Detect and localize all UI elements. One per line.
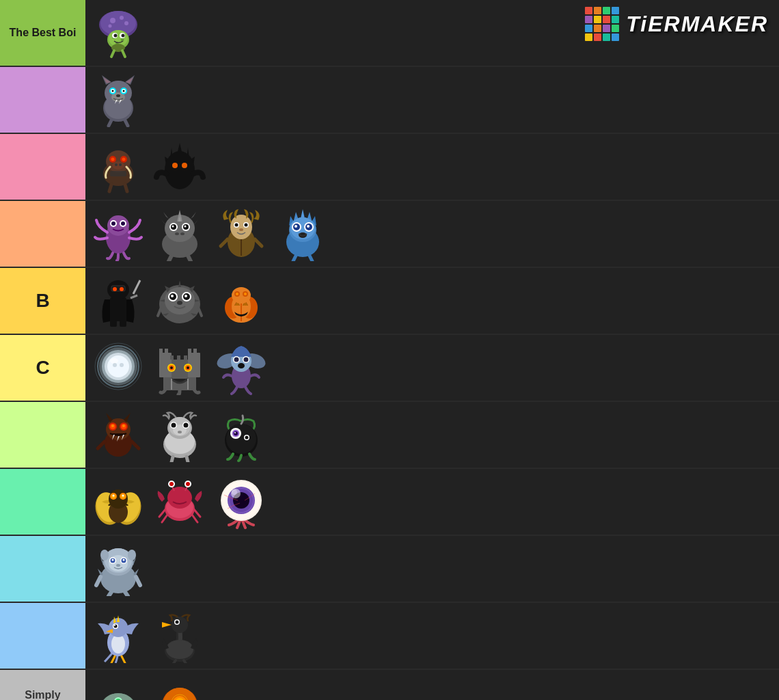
svg-line-197 [132,442,139,448]
tier-content-simply-rework [85,670,779,700]
svg-point-230 [122,495,124,497]
svg-line-196 [98,442,105,448]
svg-point-153 [120,363,124,367]
svg-line-36 [125,120,128,126]
svg-point-258 [100,550,109,561]
svg-rect-161 [188,349,191,354]
list-item [150,405,210,465]
tier-label-8 [0,469,85,535]
yeti-monster [91,541,146,596]
shadow-tree-monster [152,139,207,194]
svg-point-267 [116,564,120,567]
tier-label-b: B [0,268,85,334]
boar-monster [91,139,146,194]
svg-point-259 [128,550,136,561]
svg-rect-112 [110,320,117,327]
svg-point-142 [232,287,251,304]
svg-line-109 [131,295,137,298]
tier-label-best-boi: The Best Boi [0,0,85,66]
svg-point-218 [245,436,249,440]
svg-line-104 [310,256,312,261]
vine-monster [214,407,269,462]
tier-label-9 [0,536,85,602]
list-item [150,472,210,532]
tier-row-simply-rework: SimplyRework [0,670,779,700]
tiermaker-logo-grid [585,7,619,41]
orb-monster [91,340,146,395]
tiermaker-logo-text: TiERMAKER [626,12,768,37]
tier-label-7 [0,402,85,468]
svg-point-180 [234,358,239,362]
svg-rect-163 [170,355,174,360]
svg-line-270 [109,592,111,596]
list-item [88,472,148,532]
tier-row-8 [0,469,779,536]
list-item [150,137,210,197]
svg-line-268 [96,577,100,585]
svg-line-16 [111,51,114,57]
svg-point-84 [245,224,248,227]
svg-line-86 [221,239,228,246]
list-item [88,3,148,63]
svg-point-128 [184,295,187,297]
tier-row-9 [0,536,779,603]
svg-point-215 [234,431,238,435]
svg-line-208 [172,457,173,462]
svg-point-243 [186,482,190,486]
svg-point-129 [177,301,182,305]
svg-point-237 [167,487,192,509]
svg-point-266 [123,559,125,561]
svg-point-171 [187,366,189,369]
tier-row-10 [0,603,779,670]
tier-label-simply-rework: SimplyRework [0,670,85,700]
blue-spike-monster [275,206,330,261]
svg-point-100 [295,225,297,228]
wolf-zombie-monster [91,72,146,127]
svg-point-273 [111,634,125,654]
svg-line-76 [169,256,172,261]
svg-point-5 [109,25,112,28]
svg-marker-115 [178,280,181,287]
tier-content-9 [85,536,779,602]
eyeball-monster [214,474,269,529]
rhino-monster [152,206,207,261]
svg-point-45 [119,163,122,166]
svg-rect-164 [177,355,180,360]
svg-point-152 [113,363,117,367]
svg-point-72 [172,226,174,228]
tier-row-b: B [0,268,779,335]
svg-point-229 [113,495,115,497]
orange-orb-monster [152,675,207,700]
list-item [211,271,271,331]
list-item [211,405,271,465]
list-item [211,338,271,398]
svg-point-101 [307,225,310,228]
svg-point-31 [123,90,125,92]
svg-line-103 [293,256,296,261]
list-item [88,338,148,398]
bird-monster [91,608,146,663]
tier-row-7 [0,402,779,469]
svg-line-35 [109,120,111,126]
list-item [211,204,271,264]
svg-point-207 [178,431,182,433]
list-item [88,539,148,599]
svg-line-17 [122,51,125,57]
svg-point-13 [114,34,118,38]
tier-content-b [85,268,779,334]
castle-monster [152,340,207,395]
svg-point-265 [112,559,114,561]
svg-point-14 [122,34,125,38]
svg-point-44 [115,163,118,166]
tier-label-10 [0,603,85,669]
svg-line-290 [184,660,187,663]
svg-line-87 [255,239,262,246]
svg-line-281 [111,656,115,663]
svg-point-74 [175,232,179,235]
svg-point-73 [184,226,187,228]
fairy-monster [214,340,269,395]
furball-monster [152,273,207,328]
svg-point-62 [111,221,115,226]
tier-content-c [85,335,779,401]
list-item [88,673,148,700]
